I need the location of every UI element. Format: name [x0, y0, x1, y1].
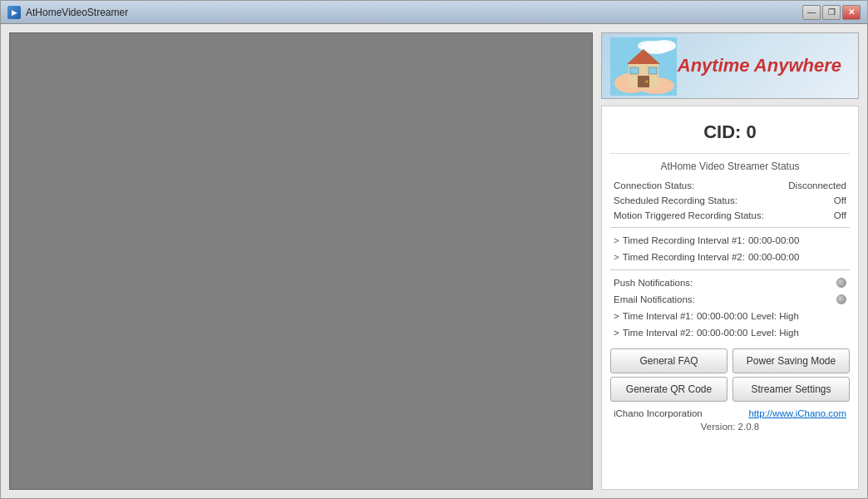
app-icon: ▶	[7, 6, 21, 19]
interval1-value: 00:00-00:00	[748, 235, 799, 245]
button-row-1: General FAQ Power Saving Mode	[610, 348, 850, 373]
main-window: ▶ AtHomeVideoStreamer — ❐ ✕	[0, 0, 868, 499]
title-controls: — ❐ ✕	[802, 5, 861, 20]
time-interval1-value: 00:00-00:00	[697, 311, 747, 321]
time-interval2-label: Time Interval #2:	[623, 328, 693, 338]
video-panel	[9, 32, 593, 490]
interval1-arrow: >	[614, 235, 619, 245]
interval1-label: Timed Recording Interval #1:	[623, 235, 745, 245]
push-notif-row: Push Notifications:	[610, 275, 850, 290]
timed-interval-1-row[interactable]: > Timed Recording Interval #1: 00:00-00:…	[610, 233, 850, 248]
motion-label: Motion Triggered Recording Status:	[614, 210, 764, 220]
connection-value: Disconnected	[788, 180, 846, 190]
time-interval2-value: 00:00-00:00	[697, 328, 747, 338]
svg-rect-11	[649, 67, 657, 74]
banner-tagline: Anytime Anywhere	[678, 55, 841, 77]
company-name: iChano Incorporation	[614, 408, 703, 418]
close-button[interactable]: ✕	[842, 5, 861, 20]
connection-status-row: Connection Status: Disconnected	[610, 179, 850, 192]
time-interval1-label: Time Interval #1:	[623, 311, 693, 321]
email-notif-led	[836, 294, 846, 304]
motion-status-row: Motion Triggered Recording Status: Off	[610, 209, 850, 222]
button-row-2: Generate QR Code Streamer Settings	[610, 377, 850, 402]
banner-house-image	[610, 37, 677, 96]
interval2-arrow: >	[614, 252, 619, 262]
scheduled-label: Scheduled Recording Status:	[614, 195, 737, 205]
title-bar: ▶ AtHomeVideoStreamer — ❐ ✕	[1, 1, 867, 24]
company-link[interactable]: http://www.iChano.com	[748, 408, 846, 418]
divider-2	[610, 269, 850, 270]
cid-display: CID: 0	[610, 115, 850, 154]
timed-interval-2-row[interactable]: > Timed Recording Interval #2: 00:00-00:…	[610, 250, 850, 264]
buttons-section: General FAQ Power Saving Mode Generate Q…	[610, 348, 850, 402]
main-content: Anytime Anywhere CID: 0 AtHome Video Str…	[1, 24, 867, 498]
svg-point-3	[638, 41, 658, 51]
banner: Anytime Anywhere	[601, 32, 859, 99]
time-interval-1-row[interactable]: > Time Interval #1: 00:00-00:00 Level: H…	[610, 309, 850, 324]
interval2-value: 00:00-00:00	[748, 252, 799, 262]
title-bar-left: ▶ AtHomeVideoStreamer	[7, 6, 128, 19]
push-notif-label: Push Notifications:	[614, 278, 693, 288]
version-row: Version: 2.0.8	[610, 422, 850, 435]
streamer-settings-button[interactable]: Streamer Settings	[732, 377, 850, 402]
minimize-button[interactable]: —	[802, 5, 821, 20]
footer-section: iChano Incorporation http://www.iChano.c…	[610, 403, 850, 420]
time-interval1-level: Level: High	[751, 311, 799, 321]
time-interval2-level: Level: High	[751, 328, 799, 338]
email-notif-row: Email Notifications:	[610, 292, 850, 307]
restore-button[interactable]: ❐	[822, 5, 841, 20]
svg-rect-10	[630, 67, 639, 74]
status-panel: CID: 0 AtHome Video Streamer Status Conn…	[601, 106, 859, 490]
power-saving-button[interactable]: Power Saving Mode	[732, 348, 850, 373]
scheduled-value: Off	[834, 195, 846, 205]
time-interval1-arrow: >	[614, 311, 619, 321]
push-notif-led	[836, 278, 846, 288]
divider-1	[610, 227, 850, 228]
version-text: Version: 2.0.8	[701, 422, 759, 432]
window-title: AtHomeVideoStreamer	[26, 7, 128, 18]
generate-qr-button[interactable]: Generate QR Code	[610, 377, 727, 402]
time-interval-2-row[interactable]: > Time Interval #2: 00:00-00:00 Level: H…	[610, 325, 850, 340]
status-panel-title: AtHome Video Streamer Status	[610, 161, 850, 172]
svg-point-9	[646, 81, 649, 83]
scheduled-status-row: Scheduled Recording Status: Off	[610, 194, 850, 207]
general-faq-button[interactable]: General FAQ	[610, 348, 727, 373]
time-interval2-arrow: >	[614, 328, 619, 338]
email-notif-label: Email Notifications:	[614, 294, 695, 304]
right-panel: Anytime Anywhere CID: 0 AtHome Video Str…	[601, 32, 859, 490]
interval2-label: Timed Recording Interval #2:	[623, 252, 745, 262]
motion-value: Off	[834, 210, 846, 220]
connection-label: Connection Status:	[614, 180, 694, 190]
